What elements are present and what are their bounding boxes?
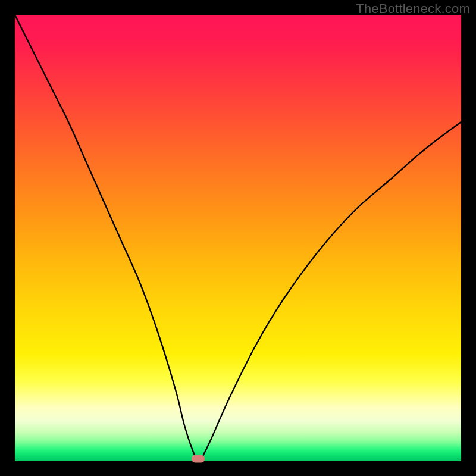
plot-area [15, 15, 461, 461]
bottleneck-curve [15, 15, 461, 461]
watermark-text: TheBottleneck.com [356, 1, 470, 17]
bottleneck-marker [192, 455, 205, 463]
chart-frame: TheBottleneck.com [0, 0, 476, 476]
